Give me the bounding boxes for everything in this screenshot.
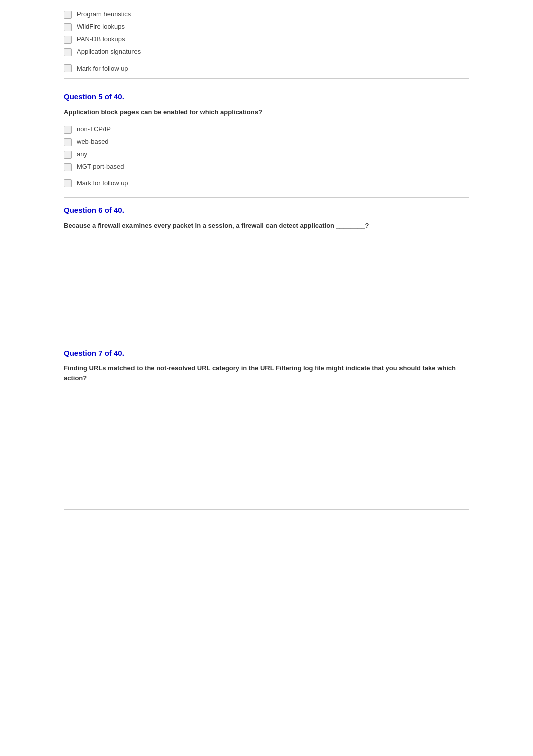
question-6-text: Because a firewall examines every packet… [64,221,469,231]
question-6-answer-space [64,238,469,349]
page-container: Program heuristics WildFire lookups PAN-… [0,0,533,530]
list-item: WildFire lookups [64,23,469,31]
option-checkbox[interactable] [64,138,72,146]
mark-label: Mark for follow up [77,65,128,72]
option-label: MGT port-based [77,163,124,170]
option-label: Program heuristics [77,10,131,18]
mark-checkbox[interactable] [64,64,72,72]
option-checkbox[interactable] [64,36,72,44]
tail-options-list: Program heuristics WildFire lookups PAN-… [64,10,469,56]
option-label: non-TCP/IP [77,125,111,133]
option-checkbox[interactable] [64,23,72,31]
question-7-header: Question 7 of 40. [64,349,469,357]
option-label: WildFire lookups [77,23,125,30]
question-5-section: Question 5 of 40. Application block page… [64,92,469,198]
section-divider [64,78,469,79]
list-item: any [64,150,469,159]
question-5-options: non-TCP/IP web-based any MGT port-based [64,125,469,171]
prev-question-tail: Program heuristics WildFire lookups PAN-… [64,10,469,92]
list-item: Program heuristics [64,10,469,19]
list-item: Application signatures [64,48,469,56]
section-separator [64,197,469,198]
list-item: web-based [64,138,469,146]
question-6-header: Question 6 of 40. [64,206,469,214]
mark-label: Mark for follow up [77,179,128,187]
question-7-answer-space [64,391,469,501]
question-5-text: Application block pages can be enabled f… [64,107,469,117]
option-label: web-based [77,138,109,145]
option-checkbox[interactable] [64,151,72,159]
mark-for-follow-up-row: Mark for follow up [64,64,469,78]
option-checkbox[interactable] [64,11,72,19]
option-checkbox[interactable] [64,126,72,134]
option-checkbox[interactable] [64,48,72,56]
question-5-header: Question 5 of 40. [64,92,469,101]
list-item: non-TCP/IP [64,125,469,134]
option-label: PAN-DB lookups [77,35,125,43]
option-label: Application signatures [77,48,141,55]
option-label: any [77,150,87,158]
bottom-divider [64,509,469,510]
question-6-section: Question 6 of 40. Because a firewall exa… [64,206,469,349]
list-item: PAN-DB lookups [64,35,469,44]
mark-checkbox[interactable] [64,179,72,187]
list-item: MGT port-based [64,163,469,171]
question-7-section: Question 7 of 40. Finding URLs matched t… [64,349,469,510]
mark-for-follow-up-row-q5: Mark for follow up [64,179,469,193]
option-checkbox[interactable] [64,163,72,171]
question-7-text: Finding URLs matched to the not-resolved… [64,363,469,383]
